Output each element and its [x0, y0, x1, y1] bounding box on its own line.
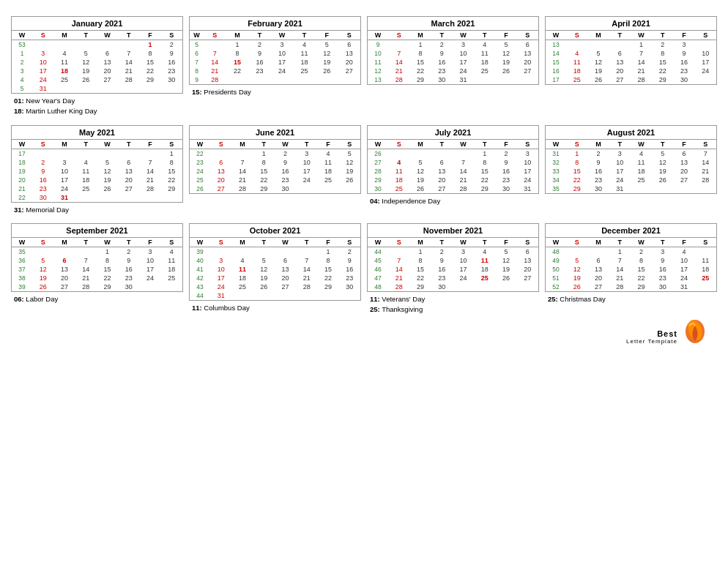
holidays-section: 06: Labor Day — [11, 292, 183, 307]
day-cell — [161, 193, 182, 202]
col-header: T — [253, 238, 275, 247]
day-cell: 7 — [388, 256, 409, 265]
holiday-entry: 11: Veterans' Day — [370, 294, 536, 304]
day-cell: 20 — [338, 58, 360, 67]
day-cell: 23 — [652, 274, 673, 282]
col-header: T — [652, 238, 673, 247]
day-cell: 15 — [317, 265, 338, 274]
col-header: T — [253, 140, 275, 149]
day-cell: 14 — [631, 58, 652, 67]
day-cell: 27 — [431, 184, 453, 193]
day-cell: 13 — [275, 265, 296, 274]
week-number: 44 — [368, 247, 388, 256]
day-cell: 20 — [118, 176, 139, 184]
day-cell: 15 — [97, 265, 118, 274]
week-number: 27 — [368, 158, 388, 167]
col-header: T — [609, 31, 631, 40]
holiday-entry: 01: New Year's Day — [14, 96, 180, 106]
day-cell: 24 — [296, 176, 317, 184]
holiday-entry: 31: Memorial Day — [14, 205, 180, 215]
col-header: S — [32, 140, 53, 149]
day-cell: 8 — [474, 158, 495, 167]
day-cell: 20 — [517, 58, 538, 67]
day-cell: 26 — [587, 75, 609, 84]
day-cell: 7 — [453, 158, 474, 167]
day-cell — [317, 291, 338, 300]
day-cell: 19 — [495, 58, 516, 67]
day-cell: 21 — [296, 274, 317, 282]
day-cell: 8 — [631, 256, 652, 265]
day-cell: 9 — [652, 256, 673, 265]
logo-text-sub: Letter Template — [626, 338, 677, 345]
day-cell — [32, 247, 53, 256]
day-cell: 30 — [431, 75, 453, 84]
day-cell: 7 — [631, 49, 652, 58]
day-cell: 4 — [231, 256, 253, 265]
day-cell: 24 — [53, 184, 75, 193]
day-cell: 12 — [495, 49, 516, 58]
day-cell: 19 — [587, 67, 609, 75]
day-cell: 16 — [275, 167, 296, 176]
week-number: 35 — [546, 184, 566, 193]
day-cell: 9 — [32, 167, 53, 176]
month-title: April 2021 — [546, 17, 716, 31]
day-cell: 5 — [339, 149, 360, 158]
day-cell: 25 — [566, 75, 587, 84]
day-cell: 18 — [231, 274, 253, 282]
day-cell — [317, 184, 338, 193]
week-number: 13 — [368, 75, 388, 84]
day-cell: 22 — [474, 176, 495, 184]
col-header: T — [474, 31, 495, 40]
month-block-11: November 2021WSMTWTFS4412345645789101112… — [367, 223, 539, 318]
day-cell: 6 — [53, 256, 75, 265]
day-cell: 26 — [253, 282, 275, 291]
day-cell: 18 — [631, 167, 652, 176]
day-cell: 28 — [388, 282, 409, 291]
day-cell: 31 — [32, 84, 53, 93]
day-cell: 12 — [652, 158, 673, 167]
day-cell: 12 — [339, 158, 360, 167]
day-cell: 6 — [517, 247, 538, 256]
day-cell: 18 — [293, 58, 316, 67]
day-cell: 14 — [231, 167, 253, 176]
col-header: M — [409, 140, 431, 149]
holiday-entry: 18: Martin Luther King Day — [14, 106, 180, 116]
day-cell: 1 — [609, 247, 631, 256]
month-title: December 2021 — [546, 224, 716, 238]
day-cell: 14 — [609, 265, 631, 274]
day-cell: 15 — [161, 167, 182, 176]
day-cell: 21 — [231, 176, 253, 184]
day-cell: 5 — [409, 158, 431, 167]
day-cell: 12 — [75, 58, 97, 67]
logo-icon — [680, 315, 710, 345]
day-cell: 27 — [97, 75, 118, 84]
week-number: 12 — [368, 67, 388, 75]
col-header: W — [546, 31, 566, 40]
week-number: 53 — [12, 40, 32, 50]
day-cell: 22 — [317, 274, 338, 282]
col-header: S — [517, 140, 538, 149]
day-cell: 1 — [566, 149, 587, 158]
col-header: W — [631, 238, 652, 247]
day-cell — [210, 247, 231, 256]
day-cell: 10 — [517, 158, 538, 167]
day-cell: 18 — [75, 176, 97, 184]
day-cell: 23 — [118, 274, 139, 282]
day-cell: 15 — [409, 265, 431, 274]
day-cell: 15 — [474, 167, 495, 176]
day-cell: 8 — [97, 256, 118, 265]
day-cell: 18 — [317, 167, 338, 176]
day-cell — [53, 149, 75, 158]
day-cell: 17 — [32, 67, 53, 75]
day-cell: 25 — [75, 184, 97, 193]
day-cell — [53, 84, 75, 93]
day-cell — [453, 282, 474, 291]
day-cell: 22 — [161, 176, 182, 184]
day-cell — [695, 75, 716, 84]
month-title: May 2021 — [12, 126, 182, 140]
day-cell: 24 — [517, 176, 538, 184]
day-cell: 10 — [453, 49, 474, 58]
week-number: 7 — [190, 58, 204, 67]
day-cell: 29 — [474, 184, 495, 193]
day-cell: 27 — [53, 282, 75, 291]
